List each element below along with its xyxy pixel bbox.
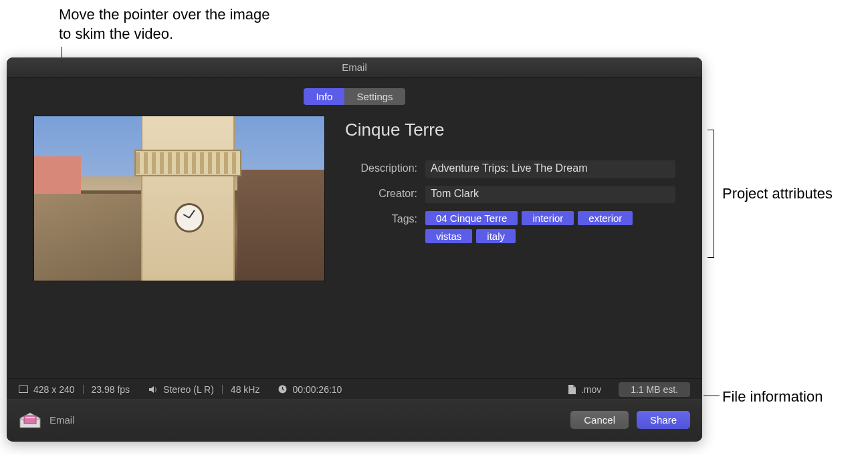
content-area: Info Settings Cinque Terre Description: … bbox=[7, 78, 702, 400]
tag-token[interactable]: exterior bbox=[578, 211, 633, 225]
annotation-attributes: Project attributes bbox=[722, 184, 856, 204]
divider bbox=[222, 385, 223, 394]
creator-label: Creator: bbox=[345, 186, 425, 200]
audio-samplerate: 48 kHz bbox=[231, 384, 260, 395]
description-row: Description: Adventure Trips: Live The D… bbox=[345, 160, 675, 178]
annotation-fileinfo: File information bbox=[722, 388, 863, 407]
file-icon bbox=[568, 385, 576, 394]
callout-bracket bbox=[708, 130, 714, 258]
share-button[interactable]: Share bbox=[637, 411, 690, 429]
tag-token[interactable]: vistas bbox=[425, 229, 472, 243]
duration: 00:00:26:10 bbox=[292, 384, 342, 395]
tab-info[interactable]: Info bbox=[304, 88, 344, 105]
project-attributes: Cinque Terre Description: Adventure Trip… bbox=[345, 116, 675, 281]
titlebar: Email bbox=[7, 57, 702, 78]
tag-token[interactable]: interior bbox=[522, 211, 574, 225]
tag-token[interactable]: italy bbox=[476, 229, 516, 243]
video-dimensions: 428 x 240 bbox=[33, 384, 75, 395]
svg-rect-0 bbox=[19, 386, 28, 393]
tab-segmented-control: Info Settings bbox=[304, 88, 405, 105]
tabs: Info Settings bbox=[7, 78, 702, 116]
project-title[interactable]: Cinque Terre bbox=[345, 120, 675, 140]
info-panel: Cinque Terre Description: Adventure Trip… bbox=[7, 116, 702, 295]
video-dimensions-icon bbox=[19, 386, 28, 393]
tab-settings[interactable]: Settings bbox=[344, 88, 405, 105]
email-icon bbox=[19, 412, 41, 429]
audio-channels: Stereo (L R) bbox=[163, 384, 214, 395]
file-extension: .mov bbox=[581, 384, 601, 395]
divider bbox=[83, 385, 84, 394]
clock-icon bbox=[278, 385, 287, 394]
share-dialog-window: Email Info Settings Cinque Terre bbox=[7, 57, 702, 442]
svg-rect-3 bbox=[25, 417, 35, 418]
description-label: Description: bbox=[345, 160, 425, 174]
video-thumbnail[interactable] bbox=[33, 116, 325, 281]
creator-field[interactable]: Tom Clark bbox=[425, 186, 675, 203]
creator-row: Creator: Tom Clark bbox=[345, 186, 675, 203]
footer-bar: Email Cancel Share bbox=[7, 400, 702, 440]
window-title: Email bbox=[342, 61, 367, 73]
tag-token[interactable]: 04 Cinque Terre bbox=[425, 211, 518, 225]
cancel-button[interactable]: Cancel bbox=[570, 411, 629, 429]
callout-line bbox=[703, 396, 720, 396]
tags-row: Tags: 04 Cinque Terre interior exterior … bbox=[345, 211, 675, 243]
destination-label: Email bbox=[49, 414, 75, 426]
annotation-skim: Move the pointer over the image to skim … bbox=[59, 5, 273, 43]
file-size-estimate: 1.1 MB est. bbox=[619, 382, 690, 397]
video-fps: 23.98 fps bbox=[92, 384, 130, 395]
svg-rect-2 bbox=[24, 416, 36, 424]
tags-label: Tags: bbox=[345, 211, 425, 225]
description-field[interactable]: Adventure Trips: Live The Dream bbox=[425, 160, 675, 178]
file-info-bar: 428 x 240 23.98 fps Stereo (L R) 48 kHz … bbox=[7, 378, 702, 400]
audio-icon bbox=[148, 386, 158, 394]
tags-field[interactable]: 04 Cinque Terre interior exterior vistas… bbox=[425, 211, 675, 243]
